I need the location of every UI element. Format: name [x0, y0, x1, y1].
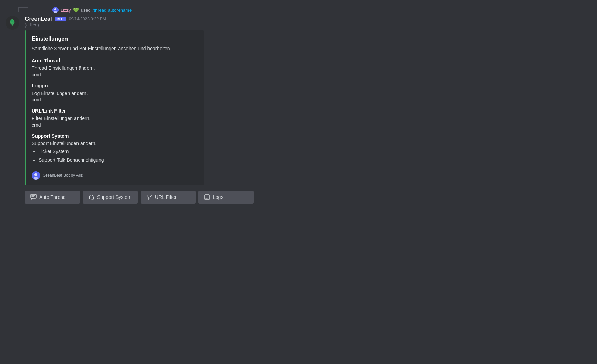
- bot-avatar: [6, 16, 19, 30]
- command-text: /thread autorename: [93, 8, 132, 13]
- embed-section-loggin: Loggin Log Einstellungen ändern. cmd: [32, 83, 197, 103]
- buttons-row: Auto Thread Support System URL Filter: [6, 191, 408, 204]
- svg-point-10: [34, 177, 38, 180]
- message-header: GreenLeaf BOT 09/14/2023 9:22 PM: [25, 16, 408, 22]
- bot-name: GreenLeaf: [25, 16, 52, 22]
- used-text: used: [81, 8, 91, 13]
- svg-point-1: [54, 8, 56, 10]
- edited-label: (edited): [25, 23, 408, 28]
- heart-icon: 💚: [73, 7, 79, 13]
- embed-section-text-auto-thread: Thread Einstellungen ändern.: [32, 65, 197, 72]
- headset-icon: [88, 194, 94, 200]
- svg-point-9: [34, 173, 37, 176]
- list-icon: [204, 194, 210, 200]
- embed: Einstellungen Sämtliche Server und Bot E…: [25, 30, 204, 185]
- embed-footer-text: GreanLeaf Bot by Aliz: [43, 173, 83, 178]
- chat-container: Lizzy 💚 used /thread autorename GreenLe: [0, 0, 413, 211]
- message-content: GreenLeaf BOT 09/14/2023 9:22 PM (edited…: [25, 16, 408, 185]
- embed-section-text-url-filter: Filter Einstellungen ändern.: [32, 115, 197, 122]
- support-system-button-label: Support System: [97, 194, 132, 200]
- embed-section-title-url-filter: URL/Link Filter: [32, 108, 197, 114]
- url-filter-button[interactable]: URL Filter: [141, 191, 196, 204]
- embed-title: Einstellungen: [32, 36, 197, 42]
- auto-thread-button-label: Auto Thread: [39, 194, 66, 200]
- svg-point-2: [54, 11, 57, 13]
- embed-list-item-1: Ticket System: [39, 147, 197, 156]
- logs-button-label: Logs: [213, 194, 223, 200]
- embed-footer: GreanLeaf Bot by Aliz: [32, 170, 197, 180]
- message-timestamp: 09/14/2023 9:22 PM: [69, 17, 106, 21]
- user-avatar-small: [52, 7, 59, 13]
- embed-list-item-2: Support Talk Benachrichtigung: [39, 156, 197, 164]
- embed-section-title-auto-thread: Auto Thread: [32, 58, 197, 63]
- bot-badge: BOT: [55, 17, 66, 21]
- embed-section-support-system: Support System Support Einstellungen änd…: [32, 133, 197, 164]
- svg-rect-11: [31, 194, 36, 198]
- embed-footer-avatar: [32, 171, 40, 180]
- embed-section-cmd-loggin: cmd: [32, 97, 197, 103]
- embed-section-text-support-system: Support Einstellungen ändern.: [32, 140, 197, 147]
- svg-rect-14: [89, 197, 90, 199]
- username-lizzy: Lizzy: [61, 8, 71, 13]
- embed-description: Sämtliche Server und Bot Einstellungen a…: [32, 45, 197, 52]
- chat-icon: [30, 194, 37, 200]
- embed-section-title-loggin: Loggin: [32, 83, 197, 88]
- url-filter-button-label: URL Filter: [155, 194, 177, 200]
- support-system-button[interactable]: Support System: [83, 191, 138, 204]
- message-row: GreenLeaf BOT 09/14/2023 9:22 PM (edited…: [6, 16, 408, 185]
- logs-button[interactable]: Logs: [198, 191, 254, 204]
- embed-section-auto-thread: Auto Thread Thread Einstellungen ändern.…: [32, 58, 197, 77]
- embed-section-cmd-auto-thread: cmd: [32, 72, 197, 77]
- command-usage-line: Lizzy 💚 used /thread autorename: [32, 7, 408, 13]
- embed-section-url-filter: URL/Link Filter Filter Einstellungen änd…: [32, 108, 197, 128]
- embed-section-list-support-system: Ticket System Support Talk Benachrichtig…: [32, 147, 197, 164]
- embed-section-cmd-url-filter: cmd: [32, 122, 197, 128]
- filter-icon: [146, 194, 152, 200]
- embed-section-text-loggin: Log Einstellungen ändern.: [32, 90, 197, 97]
- auto-thread-button[interactable]: Auto Thread: [25, 191, 80, 204]
- connector-line: [18, 7, 28, 12]
- embed-section-title-support-system: Support System: [32, 133, 197, 139]
